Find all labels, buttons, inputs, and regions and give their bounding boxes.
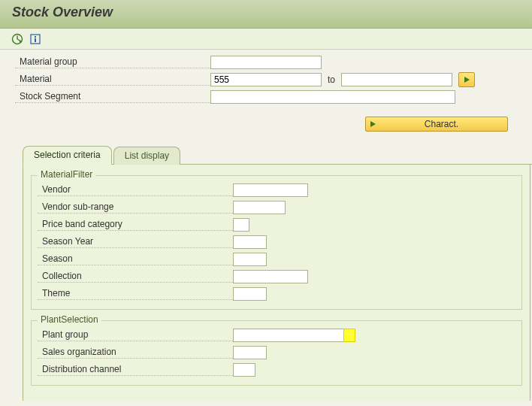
vendor-sub-range-input[interactable] <box>233 201 286 214</box>
execute-icon[interactable] <box>11 32 24 46</box>
season-year-input[interactable] <box>233 235 267 249</box>
arrow-right-icon <box>464 77 470 83</box>
title-bar: Stock Overview <box>0 0 532 29</box>
charact-button-label: Charact. <box>380 119 503 129</box>
season-year-label: Season Year <box>38 236 233 248</box>
material-from-input[interactable] <box>210 73 322 86</box>
svg-rect-6 <box>35 38 36 42</box>
sales-org-input[interactable] <box>233 346 267 359</box>
collection-input[interactable] <box>233 270 308 283</box>
season-label: Season <box>38 253 233 265</box>
tab-body-selection: MaterialFilter Vendor Vendor sub-range P… <box>23 165 530 401</box>
vendor-sub-range-label: Vendor sub-range <box>38 201 233 214</box>
page-title: Stock Overview <box>12 5 520 20</box>
collection-label: Collection <box>38 271 233 283</box>
price-band-category-input[interactable] <box>233 218 249 232</box>
material-label: Material <box>15 74 210 86</box>
material-group-label: Material group <box>15 56 210 68</box>
charact-button[interactable]: Charact. <box>365 117 508 132</box>
plant-group-input[interactable] <box>233 329 344 342</box>
plant-group-f4-help[interactable] <box>343 329 355 342</box>
group-title-plant-selection: PlantSelection <box>38 314 101 325</box>
info-icon[interactable] <box>29 32 42 46</box>
vendor-label: Vendor <box>38 184 233 196</box>
tab-list-display[interactable]: List display <box>113 147 180 165</box>
vendor-input[interactable] <box>233 183 308 197</box>
svg-line-2 <box>17 39 20 41</box>
material-group-input[interactable] <box>210 56 322 69</box>
content-area: Material group Material to Stock Segment… <box>0 50 532 401</box>
material-to-input[interactable] <box>341 73 452 86</box>
tabstrip: Selection criteria List display <box>23 145 532 165</box>
sales-org-label: Sales organization <box>38 347 233 359</box>
season-input[interactable] <box>233 253 267 266</box>
arrow-right-icon <box>370 121 376 127</box>
svg-rect-5 <box>35 36 36 38</box>
plant-group-label: Plant group <box>38 329 233 341</box>
group-material-filter: MaterialFilter Vendor Vendor sub-range P… <box>31 175 522 310</box>
group-title-material-filter: MaterialFilter <box>38 169 95 180</box>
material-to-label: to <box>328 74 335 85</box>
theme-label: Theme <box>38 288 233 300</box>
material-multi-select-button[interactable] <box>458 72 475 87</box>
stock-segment-label: Stock Segment <box>15 91 210 103</box>
dist-channel-label: Distribution channel <box>38 364 233 376</box>
theme-input[interactable] <box>233 287 267 301</box>
toolbar <box>0 29 532 50</box>
stock-segment-input[interactable] <box>210 90 455 104</box>
tab-selection-criteria[interactable]: Selection criteria <box>23 146 112 165</box>
dist-channel-input[interactable] <box>233 363 255 377</box>
price-band-category-label: Price band category <box>38 219 233 231</box>
group-plant-selection: PlantSelection Plant group Sales organiz… <box>31 320 522 386</box>
